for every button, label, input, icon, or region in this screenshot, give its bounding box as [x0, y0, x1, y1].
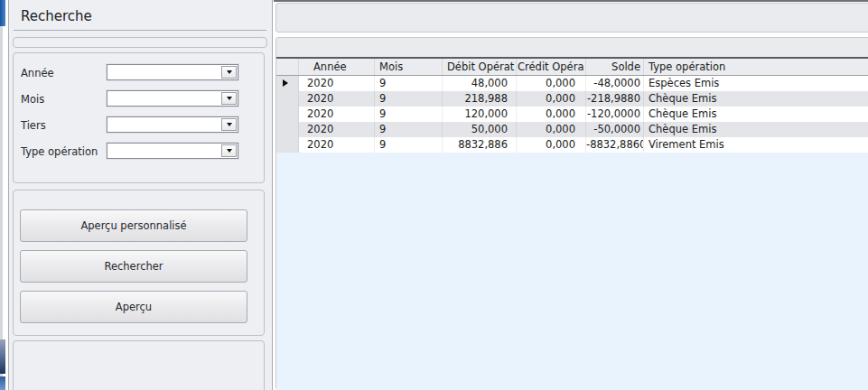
- title-divider: [14, 30, 266, 31]
- chevron-down-icon: [227, 70, 232, 74]
- background-window-blue-strip-top: [0, 0, 5, 26]
- cell-annee[interactable]: 2020: [299, 91, 375, 107]
- row-selector-cell[interactable]: [276, 137, 299, 153]
- cell-mois[interactable]: 9: [375, 122, 443, 137]
- cell-mois[interactable]: 9: [375, 137, 443, 153]
- mois-dropdown-button[interactable]: [221, 92, 237, 105]
- panel-title: Recherche: [21, 8, 92, 24]
- header-mois[interactable]: Mois: [375, 59, 443, 75]
- cell-mois[interactable]: 9: [375, 76, 443, 91]
- header-row-selector[interactable]: [276, 59, 299, 75]
- annee-label: Année: [21, 67, 54, 79]
- cell-annee[interactable]: 2020: [299, 107, 375, 122]
- cell-type[interactable]: Chèque Emis: [644, 122, 868, 137]
- app-window: Recherche Année Mois Tiers Type opératio…: [0, 0, 868, 390]
- background-window-blue-strip-lower: [0, 376, 5, 390]
- table-row[interactable]: 2020 9 8832,886 0,000 -8832,8860 Viremen…: [276, 137, 868, 153]
- row-selector-cell[interactable]: [276, 107, 299, 122]
- background-window-edge: [0, 0, 3, 390]
- chevron-down-icon: [227, 123, 232, 126]
- cell-debit[interactable]: 50,000: [443, 122, 517, 137]
- collapsed-groupbox: [13, 37, 267, 48]
- cell-credit[interactable]: 0,000: [517, 76, 586, 91]
- cell-solde[interactable]: -50,0000: [586, 122, 644, 137]
- cell-solde[interactable]: -218,9880: [586, 91, 644, 107]
- cell-credit[interactable]: 0,000: [517, 137, 586, 153]
- mois-label: Mois: [21, 93, 44, 106]
- header-type[interactable]: Type opération: [644, 59, 868, 75]
- cell-debit[interactable]: 8832,886: [443, 137, 517, 153]
- cell-solde[interactable]: -8832,8860: [586, 137, 644, 153]
- rechercher-button[interactable]: Rechercher: [20, 250, 247, 283]
- cell-type[interactable]: Espèces Emis: [644, 76, 868, 91]
- tiers-dropdown-button[interactable]: [221, 118, 237, 131]
- cell-debit[interactable]: 218,988: [443, 91, 517, 107]
- row-selector-cell[interactable]: [276, 122, 299, 137]
- type-operation-dropdown-button[interactable]: [221, 144, 237, 157]
- results-grid: Année Mois Débit Opérat Crédit Opéra Sol…: [276, 57, 868, 390]
- grid-header-row: Année Mois Débit Opérat Crédit Opéra Sol…: [276, 59, 868, 76]
- cell-annee[interactable]: 2020: [299, 137, 375, 153]
- header-debit[interactable]: Débit Opérat: [443, 59, 517, 75]
- row-selector-cell[interactable]: [276, 76, 299, 91]
- cell-debit[interactable]: 48,000: [443, 76, 517, 91]
- bottom-groupbox: [13, 340, 265, 390]
- window-top-border: [274, 0, 868, 2]
- tiers-label: Tiers: [21, 119, 46, 132]
- apercu-button[interactable]: Aperçu: [20, 291, 247, 323]
- cell-debit[interactable]: 120,000: [443, 107, 517, 122]
- background-window-blue-strip-bottom: [0, 339, 5, 374]
- top-toolbar-panel: [275, 3, 868, 32]
- cell-credit[interactable]: 0,000: [517, 107, 586, 122]
- header-solde[interactable]: Solde: [586, 59, 644, 75]
- mois-combobox[interactable]: [107, 90, 238, 107]
- table-row[interactable]: 2020 9 120,000 0,000 -120,0000 Chèque Em…: [276, 107, 868, 122]
- chevron-down-icon: [227, 97, 232, 100]
- cell-credit[interactable]: 0,000: [517, 122, 586, 137]
- type-operation-label: Type opération: [21, 145, 98, 158]
- cell-type[interactable]: Chèque Emis: [644, 91, 868, 107]
- search-panel: Recherche Année Mois Tiers Type opératio…: [8, 0, 273, 390]
- cell-mois[interactable]: 9: [375, 107, 443, 122]
- type-operation-combobox[interactable]: [107, 143, 238, 159]
- table-row[interactable]: 2020 9 218,988 0,000 -218,9880 Chèque Em…: [276, 91, 868, 107]
- annee-combobox[interactable]: [107, 64, 238, 80]
- cell-solde[interactable]: -48,0000: [586, 76, 644, 91]
- cell-type[interactable]: Virement Emis: [644, 137, 868, 153]
- tiers-combobox[interactable]: [107, 116, 238, 133]
- cell-annee[interactable]: 2020: [299, 122, 375, 137]
- apercu-personnalise-button[interactable]: Aperçu personnalisé: [20, 209, 247, 242]
- cell-solde[interactable]: -120,0000: [586, 107, 644, 122]
- current-row-arrow-icon: [283, 79, 288, 87]
- header-credit[interactable]: Crédit Opéra: [517, 59, 586, 75]
- row-selector-cell[interactable]: [276, 91, 299, 107]
- cell-credit[interactable]: 0,000: [517, 91, 586, 107]
- annee-dropdown-button[interactable]: [221, 66, 237, 79]
- cell-type[interactable]: Chèque Emis: [644, 107, 868, 122]
- table-row[interactable]: 2020 9 48,000 0,000 -48,0000 Espèces Emi…: [276, 76, 868, 91]
- cell-annee[interactable]: 2020: [299, 76, 375, 91]
- cell-mois[interactable]: 9: [375, 91, 443, 107]
- chevron-down-icon: [227, 149, 232, 153]
- table-row[interactable]: 2020 9 50,000 0,000 -50,0000 Chèque Emis: [276, 122, 868, 137]
- header-annee[interactable]: Année: [299, 59, 375, 75]
